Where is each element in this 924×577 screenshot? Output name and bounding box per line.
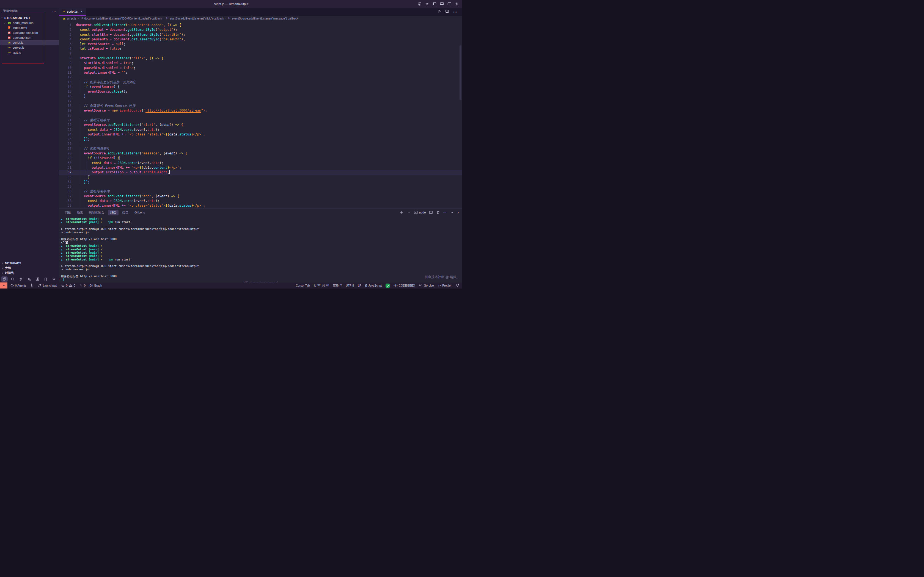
line-number[interactable]: 11: [59, 70, 76, 75]
explorer-icon[interactable]: [1, 276, 8, 282]
line-number[interactable]: 8: [59, 56, 76, 61]
statusbar-prettier[interactable]: ✓✓Prettier: [438, 284, 452, 287]
terminal-node-icon[interactable]: node: [414, 211, 426, 214]
terminal-output[interactable]: ▲ streamOutput [main] ⚡▲ streamOutput [m…: [59, 216, 462, 281]
line-number[interactable]: 19: [59, 108, 76, 113]
code-line[interactable]: 36 // 监听结束事件: [59, 189, 462, 194]
tab-close-icon[interactable]: ×: [81, 10, 82, 13]
panel-tab-调试控制台[interactable]: 调试控制台: [87, 210, 107, 215]
statusbar-go-live[interactable]: Go Live: [419, 283, 434, 288]
file-item-script.js[interactable]: JSscript.js: [0, 40, 59, 45]
line-number[interactable]: 13: [59, 80, 76, 85]
new-terminal-icon[interactable]: [400, 211, 404, 214]
line-number[interactable]: 29: [59, 156, 76, 160]
line-number[interactable]: 10: [59, 66, 76, 70]
sidebar-section-1[interactable]: 大纲: [0, 266, 59, 271]
line-number[interactable]: 31: [59, 165, 76, 170]
code-line[interactable]: 24 output.innerHTML += `<p class="status…: [59, 132, 462, 137]
code-line[interactable]: 31 output.innerHTML += `<p>${data.conten…: [59, 165, 462, 170]
statusbar-eol[interactable]: LF: [358, 284, 361, 287]
statusbar-git-graph[interactable]: Git Graph: [89, 284, 102, 287]
statusbar-launchpad[interactable]: Launchpad: [38, 283, 57, 288]
file-item-server.js[interactable]: JSserver.js: [0, 45, 59, 50]
search-icon[interactable]: [9, 276, 16, 282]
run-file-icon[interactable]: [438, 9, 441, 14]
file-item-index.html[interactable]: 5index.html: [0, 25, 59, 30]
layout-panel-icon[interactable]: [440, 2, 444, 6]
code-line[interactable]: 14 if (eventSource) {: [59, 85, 462, 89]
settings-gear-icon[interactable]: [455, 2, 459, 6]
line-number[interactable]: 24: [59, 132, 76, 137]
bookmarks-icon[interactable]: [42, 276, 49, 282]
statusbar-encoding[interactable]: UTF-8: [346, 284, 354, 287]
panel-tab-GitLens[interactable]: GitLens: [132, 210, 147, 215]
statusbar-codegeex[interactable]: </>CODEGEEX: [394, 284, 415, 287]
code-line[interactable]: 35: [59, 184, 462, 189]
code-line[interactable]: 15 eventSource.close();: [59, 89, 462, 94]
codegeex-icon[interactable]: [51, 276, 57, 282]
panel-tab-终端[interactable]: 终端: [108, 210, 118, 215]
line-number[interactable]: 20: [59, 113, 76, 118]
code-line[interactable]: 27 // 监听消息事件: [59, 147, 462, 151]
line-number[interactable]: 2: [59, 27, 76, 32]
statusbar-broadcast-count[interactable]: 0: [79, 283, 86, 288]
line-number[interactable]: 38: [59, 199, 76, 203]
line-number[interactable]: 6: [59, 47, 76, 51]
breadcrumb-item[interactable]: eventSource.addEventListener("message") …: [228, 16, 298, 20]
code-line[interactable]: 16 }: [59, 94, 462, 98]
line-number[interactable]: 34: [59, 180, 76, 184]
tab-script-js[interactable]: JS script.js ×: [59, 8, 86, 16]
file-item-text.js[interactable]: JStext.js: [0, 50, 59, 55]
breadcrumb-item[interactable]: JSscript.js: [63, 17, 76, 20]
sidebar-section-2[interactable]: 时间线: [0, 271, 59, 276]
split-terminal-icon[interactable]: [429, 211, 433, 214]
line-number[interactable]: 36: [59, 189, 76, 194]
code-line[interactable]: 39 output.innerHTML += `<p class="status…: [59, 203, 462, 208]
code-line[interactable]: 29 if (!isPaused) {: [59, 156, 462, 160]
code-line[interactable]: 12: [59, 75, 462, 80]
line-number[interactable]: 12: [59, 75, 76, 80]
line-number[interactable]: 32: [59, 170, 76, 175]
terminal-dropdown-icon[interactable]: [407, 211, 410, 214]
code-line[interactable]: 5 let eventSource = null;: [59, 42, 462, 47]
statusbar-cursor-position[interactable]: 行 32, 列 48: [314, 284, 329, 287]
line-number[interactable]: 23: [59, 127, 76, 132]
line-number[interactable]: 39: [59, 203, 76, 208]
account-icon[interactable]: [418, 2, 422, 6]
statusbar-problems[interactable]: 00: [61, 283, 75, 288]
code-line[interactable]: 33 }: [59, 175, 462, 180]
line-number[interactable]: 21: [59, 118, 76, 122]
file-item-package.json[interactable]: package.json: [0, 35, 59, 40]
code-line[interactable]: 6 let isPaused = false;: [59, 47, 462, 51]
statusbar-cursor-tab[interactable]: Cursor Tab: [296, 284, 310, 287]
code-line[interactable]: 8 startBtn.addEventListener("click", () …: [59, 56, 462, 61]
line-number[interactable]: 4: [59, 37, 76, 42]
line-number[interactable]: 1: [59, 23, 76, 27]
code-line[interactable]: 9 startBtn.disabled = true;: [59, 61, 462, 65]
code-line[interactable]: 32 output.scrollTop = output.scrollHeigh…: [59, 170, 462, 175]
line-number[interactable]: 5: [59, 42, 76, 47]
statusbar-indentation[interactable]: 空格: 2: [333, 284, 342, 287]
file-item-node_modules[interactable]: jsnode_modules: [0, 20, 59, 25]
line-number[interactable]: 22: [59, 122, 76, 127]
line-number[interactable]: 28: [59, 151, 76, 156]
line-number[interactable]: 16: [59, 94, 76, 98]
maximize-panel-icon[interactable]: [450, 211, 454, 214]
line-number[interactable]: 18: [59, 103, 76, 108]
code-line[interactable]: 7: [59, 52, 462, 56]
remote-indicator[interactable]: ><: [0, 282, 7, 288]
line-number[interactable]: 25: [59, 137, 76, 142]
code-line[interactable]: 18 // 创建新的 EventSource 连接: [59, 103, 462, 108]
line-number[interactable]: 17: [59, 99, 76, 103]
statusbar-notifications[interactable]: [456, 283, 459, 288]
line-number[interactable]: 26: [59, 142, 76, 146]
code-line[interactable]: 37 eventSource.addEventListener("end", (…: [59, 194, 462, 199]
code-line[interactable]: 4 const pauseBtn = document.getElementBy…: [59, 37, 462, 42]
statusbar-green-badge[interactable]: [386, 284, 390, 288]
more-actions-icon[interactable]: ⋯: [443, 211, 447, 214]
code-line[interactable]: 34 });: [59, 180, 462, 184]
statusbar-pipeline[interactable]: [30, 283, 34, 288]
panel-tab-问题[interactable]: 问题: [63, 210, 73, 215]
code-line[interactable]: 23 const data = JSON.parse(event.data);: [59, 127, 462, 132]
code-line[interactable]: 30 const data = JSON.parse(event.data);: [59, 161, 462, 165]
